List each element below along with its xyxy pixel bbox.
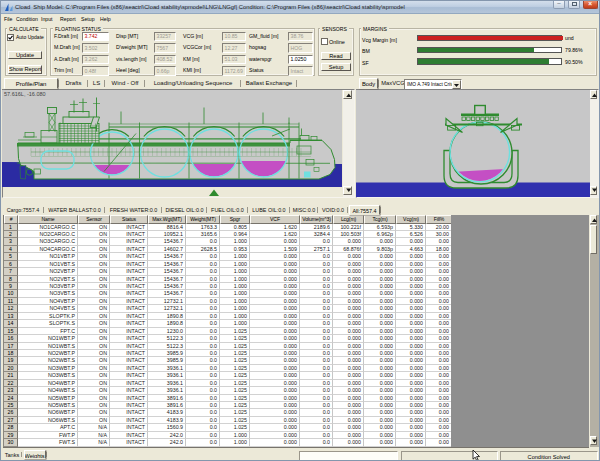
svg-text:57.616L, -16.080: 57.616L, -16.080 <box>4 90 46 96</box>
